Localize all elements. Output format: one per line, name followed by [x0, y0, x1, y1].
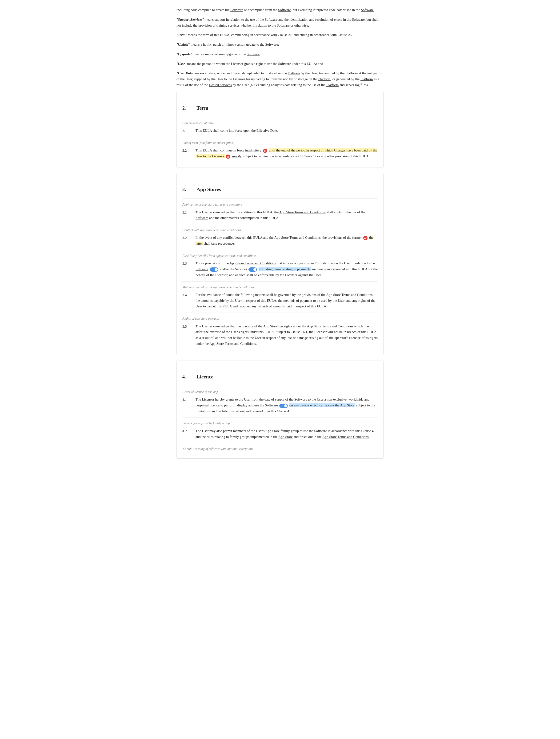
- clause-3-5-text: The User acknowledges that the operator …: [195, 323, 378, 347]
- or-badge-2-2a: or: [263, 149, 267, 153]
- preamble-user-data: "User Data" means all data, works and ma…: [176, 70, 384, 88]
- clause-3-4: 3.4 For the avoidance of doubt, the foll…: [182, 292, 378, 309]
- section-4-title: Licence: [196, 373, 214, 381]
- section-3-app-stores: 3. App Stores Application of app store t…: [176, 173, 384, 355]
- section-3-number: 3.: [182, 185, 192, 193]
- clause-2-1-number: 2.1: [182, 128, 191, 134]
- clause-3-1-text: The User acknowledges that, in addition …: [195, 209, 378, 221]
- clause-3-3-number: 3.3: [182, 260, 191, 278]
- subsection-label-3-5: Rights of app store operator: [182, 316, 378, 321]
- preamble-user: "User" means the person to whom the Lice…: [176, 61, 384, 67]
- toggle-3-3a[interactable]: [210, 267, 218, 272]
- clause-4-2-text: The User may also permit members of the …: [195, 428, 378, 440]
- clause-2-2-number: 2.2: [182, 147, 191, 159]
- section-2-title: Term: [196, 104, 208, 112]
- clause-4-2-number: 4.2: [182, 428, 191, 440]
- section-4-licence: 4. Licence Grant of licence to use app 4…: [176, 360, 384, 459]
- section-4-header: 4. Licence: [182, 373, 378, 382]
- section-3-title: App Stores: [196, 185, 221, 193]
- clause-2-2: 2.2 This EULA shall continue in force in…: [182, 147, 378, 159]
- or-badge-3-2: or: [363, 236, 368, 240]
- clause-2-1: 2.1 This EULA shall come into force upon…: [182, 128, 378, 134]
- toggle-4-1[interactable]: [279, 404, 288, 408]
- preamble-section: including code compiled to create the So…: [176, 7, 384, 88]
- clause-2-2-highlight: until the end of the period in respect o…: [195, 148, 377, 158]
- section-2-number: 2.: [182, 104, 192, 112]
- clause-2-1-text: This EULA shall come into force upon the…: [195, 128, 378, 134]
- clause-3-3-highlight: excluding those relating to payments: [259, 267, 311, 271]
- subsection-label-4-2: Licence for app use by family group: [182, 421, 378, 426]
- section-4-number: 4.: [182, 373, 192, 381]
- clause-3-2: 3.2 In the event of any conflict between…: [182, 235, 378, 247]
- clause-3-3: 3.3 Those provisions of the App Store Te…: [182, 260, 378, 278]
- clause-4-1-highlight: on any device which can access the App S…: [289, 403, 355, 407]
- clause-3-2-number: 3.2: [182, 235, 191, 247]
- toggle-3-3b[interactable]: [249, 267, 257, 272]
- clause-4-2: 4.2 The User may also permit members of …: [182, 428, 378, 440]
- preamble-update: "Update" means a hotfix, patch or minor …: [176, 42, 384, 47]
- clause-2-2-specify: specify: [232, 154, 242, 158]
- subsection-label-3-3: First Party benefits from app store term…: [182, 253, 378, 259]
- subsection-label-4-1: Grant of licence to use app: [182, 390, 378, 395]
- preamble-text1: including code compiled to create the So…: [176, 7, 384, 13]
- section-3-header: 3. App Stores: [182, 185, 378, 195]
- clause-3-5: 3.5 The User acknowledges that the opera…: [182, 323, 378, 347]
- clause-3-4-text: For the avoidance of doubt, the followin…: [195, 292, 378, 309]
- clause-2-2-text: This EULA shall continue in force indefi…: [195, 147, 378, 159]
- preamble-upgrade: "Upgrade" means a major version upgrade …: [176, 51, 384, 57]
- clause-3-5-number: 3.5: [182, 323, 191, 347]
- clause-4-1-number: 4.1: [182, 397, 191, 414]
- or-badge-2-2b: or: [226, 155, 230, 159]
- subsection-label-4-3: No sub-licensing of software with option…: [182, 446, 378, 452]
- preamble-support-services: "Support Services" means support in rela…: [176, 17, 384, 28]
- preamble-term: "Term" means the term of this EULA, comm…: [176, 32, 384, 38]
- clause-4-1: 4.1 The Licensor hereby grants to the Us…: [182, 397, 378, 414]
- clause-3-3-text: Those provisions of the App Store Terms …: [195, 260, 378, 278]
- clause-4-1-text: The Licensor hereby grants to the User f…: [195, 397, 378, 414]
- clause-3-1: 3.1 The User acknowledges that, in addit…: [182, 209, 378, 221]
- subsection-label-commencement: Commencement of term: [182, 121, 378, 126]
- section-2-header: 2. Term: [182, 104, 378, 113]
- subsection-label-end-of-term: End of term (indefinite or subscription): [182, 140, 378, 146]
- clause-3-4-number: 3.4: [182, 292, 191, 309]
- clause-3-2-text: In the event of any conflict between thi…: [195, 235, 378, 247]
- subsection-label-3-4: Matters covered by the app store terms a…: [182, 285, 378, 290]
- subsection-label-3-2: Conflict with app store terms and condit…: [182, 228, 378, 233]
- clause-3-1-number: 3.1: [182, 209, 191, 221]
- section-2-term: 2. Term Commencement of term 2.1 This EU…: [176, 92, 384, 167]
- subsection-label-3-1: Application of app store terms and condi…: [182, 202, 378, 207]
